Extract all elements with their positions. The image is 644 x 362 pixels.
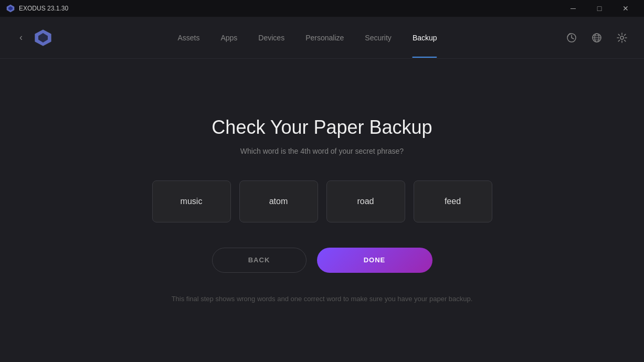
page-title: Check Your Paper Backup [212, 116, 432, 139]
settings-icon [617, 33, 627, 43]
back-action-button[interactable]: BACK [212, 248, 307, 273]
nav-items: Assets Apps Devices Personalize Security… [52, 29, 562, 46]
app-window: ‹ Assets Apps Devices Personalize Securi… [0, 17, 644, 362]
nav-item-devices[interactable]: Devices [250, 29, 293, 46]
app-icon [6, 4, 15, 13]
settings-button[interactable] [613, 28, 631, 47]
nav-item-assets[interactable]: Assets [169, 29, 208, 46]
word-choice-road[interactable]: road [326, 180, 405, 222]
exodus-logo [34, 28, 52, 47]
word-choice-music[interactable]: music [152, 180, 231, 222]
done-button[interactable]: DONE [317, 248, 432, 273]
svg-point-11 [620, 36, 624, 39]
history-icon [566, 33, 577, 43]
nav-item-personalize[interactable]: Personalize [297, 29, 352, 46]
titlebar-controls: ─ □ ✕ [561, 0, 638, 17]
close-button[interactable]: ✕ [614, 0, 638, 17]
back-button[interactable]: ‹ [13, 29, 29, 46]
word-choice-atom[interactable]: atom [239, 180, 318, 222]
nav-actions [562, 28, 631, 47]
nav-item-security[interactable]: Security [356, 29, 400, 46]
action-buttons: BACK DONE [212, 248, 432, 273]
app-title: EXODUS 23.1.30 [19, 5, 68, 12]
nav-item-backup[interactable]: Backup [404, 29, 446, 46]
word-choice-feed[interactable]: feed [414, 180, 492, 222]
footer-text: This final step shows wrong words and on… [172, 294, 473, 305]
nav-item-apps[interactable]: Apps [212, 29, 246, 46]
titlebar-left: EXODUS 23.1.30 [6, 4, 68, 13]
top-nav: ‹ Assets Apps Devices Personalize Securi… [0, 17, 644, 59]
main-content: Check Your Paper Backup Which word is th… [0, 59, 644, 362]
maximize-button[interactable]: □ [587, 0, 611, 17]
word-choices: music atom road feed [152, 180, 492, 222]
page-subtitle: Which word is the 4th word of your secre… [240, 147, 404, 155]
titlebar: EXODUS 23.1.30 ─ □ ✕ [0, 0, 644, 17]
minimize-button[interactable]: ─ [561, 0, 585, 17]
history-button[interactable] [562, 28, 581, 47]
globe-icon [592, 33, 602, 43]
globe-button[interactable] [587, 28, 606, 47]
